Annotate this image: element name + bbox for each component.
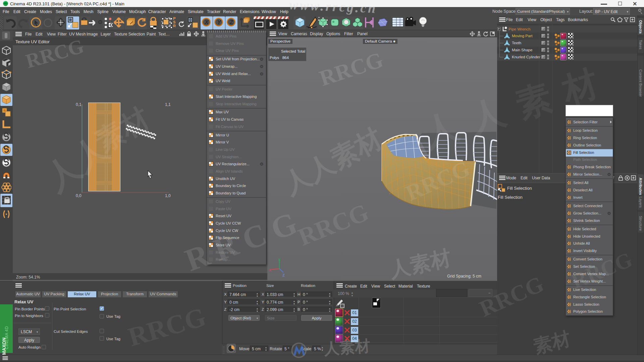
svg-text:Z: Z xyxy=(282,273,285,277)
svg-text:X: X xyxy=(269,268,272,272)
